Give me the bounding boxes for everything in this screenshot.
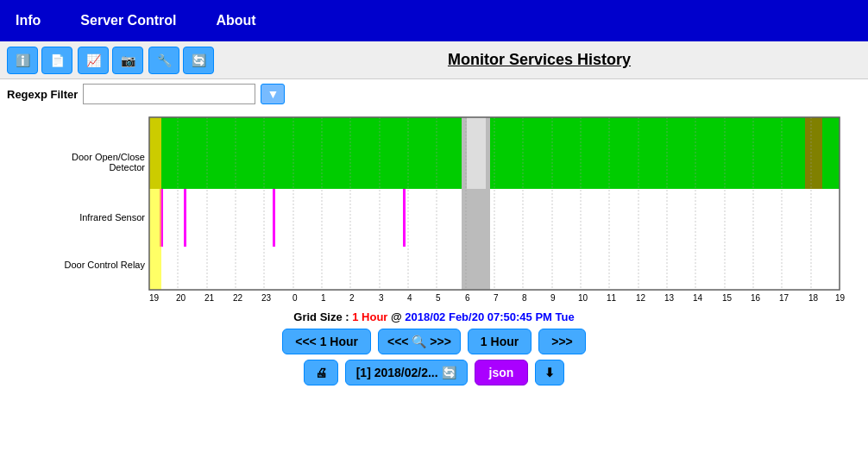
svg-text:Detector: Detector bbox=[109, 162, 145, 172]
grid-at: @ bbox=[391, 310, 405, 323]
svg-rect-11 bbox=[467, 117, 486, 189]
svg-text:6: 6 bbox=[465, 293, 470, 303]
chart-svg: Door Open/Close Detector Infrared Sensor… bbox=[7, 109, 861, 307]
svg-text:13: 13 bbox=[664, 293, 675, 303]
menu-info[interactable]: Info bbox=[9, 9, 47, 32]
filter-label: Regexp Filter bbox=[7, 88, 78, 101]
next-hour-button[interactable]: >>> bbox=[538, 329, 586, 354]
svg-rect-16 bbox=[184, 189, 186, 247]
json-button[interactable]: json bbox=[475, 360, 529, 385]
menu-bar: Info Server Control About bbox=[0, 0, 868, 41]
svg-text:2018/02/20: 2018/02/20 bbox=[149, 306, 192, 307]
svg-text:20: 20 bbox=[176, 293, 186, 303]
svg-text:0: 0 bbox=[292, 293, 298, 303]
prev-hour-button[interactable]: <<< 1 Hour bbox=[282, 329, 371, 354]
svg-text:18: 18 bbox=[808, 293, 819, 303]
chart-container: Door Open/Close Detector Infrared Sensor… bbox=[7, 109, 861, 307]
svg-text:17: 17 bbox=[779, 293, 789, 303]
svg-text:16: 16 bbox=[751, 293, 761, 303]
print-button[interactable]: 🖨 bbox=[304, 360, 338, 385]
regexp-filter-input[interactable] bbox=[83, 84, 255, 104]
svg-rect-19 bbox=[403, 189, 406, 247]
svg-text:Door Control Relay: Door Control Relay bbox=[64, 260, 145, 270]
svg-rect-22 bbox=[149, 247, 161, 290]
grid-datetime: 2018/02 Feb/20 07:50:45 PM Tue bbox=[405, 310, 574, 323]
svg-rect-18 bbox=[273, 189, 275, 247]
svg-text:2: 2 bbox=[349, 293, 355, 303]
menu-about[interactable]: About bbox=[209, 9, 262, 32]
svg-text:9: 9 bbox=[550, 293, 556, 303]
doc-icon-btn[interactable]: 📄 bbox=[41, 47, 72, 74]
zoom-button[interactable]: <<< 🔍 >>> bbox=[378, 329, 461, 354]
svg-text:1: 1 bbox=[321, 293, 326, 303]
svg-text:Door Open/Close: Door Open/Close bbox=[72, 152, 145, 162]
menu-server-control[interactable]: Server Control bbox=[73, 9, 183, 32]
wrench-icon-btn[interactable]: 🔧 bbox=[148, 47, 179, 74]
svg-text:2018/02/21: 2018/02/21 bbox=[805, 306, 848, 307]
svg-text:21: 21 bbox=[204, 293, 215, 303]
nav-row: <<< 1 Hour <<< 🔍 >>> 1 Hour >>> bbox=[282, 329, 585, 354]
filter-button[interactable]: ▼ bbox=[261, 84, 285, 104]
svg-text:10: 10 bbox=[578, 293, 588, 303]
svg-text:5: 5 bbox=[436, 293, 441, 303]
svg-text:23: 23 bbox=[261, 293, 272, 303]
filter-bar: Regexp Filter ▼ bbox=[0, 79, 868, 109]
svg-text:19: 19 bbox=[835, 293, 846, 303]
zoom-1hour-button[interactable]: 1 Hour bbox=[468, 329, 531, 354]
svg-text:19: 19 bbox=[149, 293, 160, 303]
svg-rect-17 bbox=[149, 189, 161, 247]
info-icon-btn[interactable]: ℹ️ bbox=[7, 47, 38, 74]
svg-text:12: 12 bbox=[636, 293, 646, 303]
svg-text:8: 8 bbox=[522, 293, 527, 303]
svg-rect-9 bbox=[149, 117, 161, 189]
date-select-button[interactable]: [1] 2018/02/2... 🔄 bbox=[345, 360, 468, 385]
svg-text:3: 3 bbox=[379, 293, 384, 303]
svg-text:4: 4 bbox=[407, 293, 412, 303]
refresh-icon-btn[interactable]: 🔄 bbox=[183, 47, 214, 74]
svg-text:15: 15 bbox=[722, 293, 733, 303]
svg-text:22: 22 bbox=[233, 293, 243, 303]
toolbar: ℹ️ 📄 📈 📷 🔧 🔄 Monitor Services History bbox=[0, 41, 868, 79]
svg-rect-13 bbox=[822, 117, 840, 189]
svg-text:Infrared Sensor: Infrared Sensor bbox=[79, 212, 145, 222]
page-title: Monitor Services History bbox=[448, 51, 631, 68]
grid-info: Grid Size : 1 Hour @ 2018/02 Feb/20 07:5… bbox=[293, 310, 574, 323]
grid-value: 1 Hour bbox=[352, 310, 387, 323]
svg-text:11: 11 bbox=[607, 293, 617, 303]
camera-icon-btn[interactable]: 📷 bbox=[112, 47, 143, 74]
svg-text:14: 14 bbox=[693, 293, 703, 303]
download-button[interactable]: ⬇ bbox=[535, 360, 564, 385]
svg-text:7: 7 bbox=[494, 293, 499, 303]
chart-icon-btn[interactable]: 📈 bbox=[78, 47, 109, 74]
action-row: 🖨 [1] 2018/02/2... 🔄 json ⬇ bbox=[304, 360, 565, 385]
grid-label: Grid Size : bbox=[293, 310, 349, 323]
controls-section: Grid Size : 1 Hour @ 2018/02 Feb/20 07:5… bbox=[0, 310, 868, 385]
